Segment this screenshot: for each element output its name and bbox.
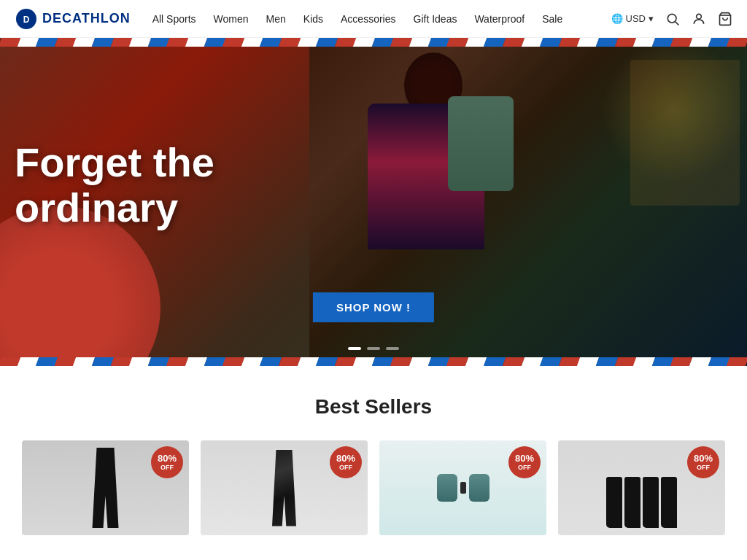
svg-line-3 (676, 21, 679, 25)
decathlon-logo-icon: D (15, 7, 38, 31)
discount-badge-3: 80% OFF (508, 446, 541, 478)
product-card-1[interactable]: 80% OFF (22, 440, 189, 535)
leggings-marble-shape (264, 450, 304, 526)
binoculars-shape (437, 474, 489, 502)
hero-headline-forget: F (15, 139, 39, 185)
nav-link-women[interactable]: Women (214, 13, 249, 25)
badge-off-label-3: OFF (518, 464, 531, 472)
product-card-2[interactable]: 80% OFF (201, 440, 368, 535)
discount-badge-1: 80% OFF (151, 446, 183, 478)
leggings-black-shape (84, 448, 128, 528)
search-icon (665, 12, 680, 26)
search-button[interactable] (665, 12, 680, 26)
svg-text:D: D (23, 15, 30, 25)
nav-link-accessories[interactable]: Accessories (341, 13, 395, 25)
hero-background: Forget the ordinary SHOP NOW ! (0, 38, 747, 366)
discount-badge-4: 80% OFF (687, 446, 719, 478)
badge-percent-2: 80% (336, 453, 355, 464)
nav-links: All Sports Women Men Kids Accessories Gi… (152, 13, 611, 25)
shop-now-button[interactable]: SHOP NOW ! (313, 292, 434, 322)
badge-off-label-4: OFF (697, 464, 710, 472)
svg-point-2 (667, 14, 676, 23)
badge-percent-1: 80% (158, 453, 177, 464)
badge-percent-4: 80% (694, 453, 713, 464)
hero-stripes-top (0, 38, 747, 47)
slide-dot-3[interactable] (386, 347, 399, 350)
product-card-3[interactable]: 80% OFF (379, 440, 546, 535)
nav-link-sale[interactable]: Sale (542, 13, 562, 25)
bino-left (437, 474, 457, 502)
hero-headline-ordinary: ordinary (15, 184, 178, 230)
discount-badge-2: 80% OFF (330, 446, 362, 478)
bino-bridge (460, 482, 466, 494)
hero-text: Forget the ordinary (15, 140, 214, 230)
account-button[interactable] (692, 12, 706, 26)
badge-off-label-1: OFF (160, 464, 174, 472)
hero-slide-dots (348, 347, 399, 350)
nav-link-kids[interactable]: Kids (303, 13, 323, 25)
hero-window (630, 60, 740, 206)
slide-dot-2[interactable] (367, 347, 380, 350)
product-card-4[interactable]: 80% OFF (558, 440, 725, 535)
sock-4 (661, 477, 677, 528)
hero-headline: Forget the ordinary (15, 140, 214, 230)
bino-right (469, 474, 489, 502)
svg-point-4 (697, 14, 702, 19)
sock-2 (624, 477, 640, 528)
nav-link-all-sports[interactable]: All Sports (152, 13, 196, 25)
navbar: D DECATHLON All Sports Women Men Kids Ac… (0, 0, 747, 38)
logo-text: DECATHLON (42, 11, 131, 26)
cart-icon (718, 12, 732, 26)
chevron-down-icon: ▾ (649, 13, 654, 24)
products-grid: 80% OFF 80% OFF 80% (15, 440, 732, 535)
nav-link-gift-ideas[interactable]: Gift Ideas (414, 13, 457, 25)
nav-link-waterproof[interactable]: Waterproof (474, 13, 525, 25)
nav-actions: 🌐 USD ▾ (611, 12, 732, 26)
hero-stripes-bottom (0, 357, 747, 366)
badge-off-label-2: OFF (339, 464, 352, 472)
currency-label: USD (626, 13, 646, 24)
best-sellers-title: Best Sellers (15, 395, 732, 419)
globe-icon: 🌐 (611, 13, 623, 24)
logo[interactable]: D DECATHLON (15, 7, 131, 31)
currency-selector[interactable]: 🌐 USD ▾ (611, 13, 654, 24)
sock-1 (606, 477, 622, 528)
nav-link-men[interactable]: Men (266, 13, 286, 25)
best-sellers-section: Best Sellers 80% OFF 80% OFF (0, 366, 747, 550)
user-icon (692, 12, 706, 26)
badge-percent-3: 80% (515, 453, 534, 464)
cart-button[interactable] (718, 12, 732, 26)
hero-banner: Forget the ordinary SHOP NOW ! (0, 38, 747, 366)
hero-headline-orget: orget the (39, 139, 214, 185)
slide-dot-1[interactable] (348, 347, 361, 350)
sock-3 (643, 477, 659, 528)
